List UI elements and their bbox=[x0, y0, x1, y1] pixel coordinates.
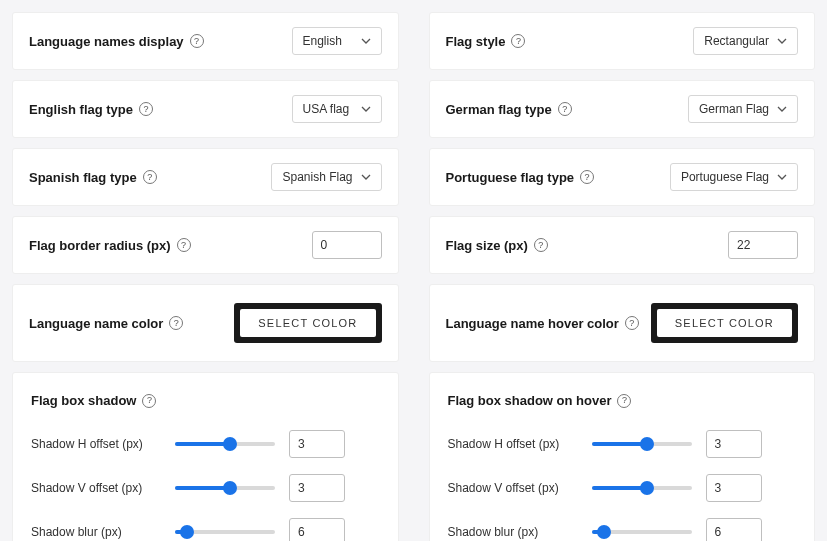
help-icon[interactable]: ? bbox=[534, 238, 548, 252]
label: Shadow H offset (px) bbox=[448, 437, 578, 451]
label: German flag type bbox=[446, 102, 552, 117]
setting-language-name-hover-color: Language name hover color ? SELECT COLOR bbox=[429, 284, 816, 362]
help-icon[interactable]: ? bbox=[142, 394, 156, 408]
label: Shadow V offset (px) bbox=[448, 481, 578, 495]
chevron-down-icon bbox=[361, 38, 371, 44]
chevron-down-icon bbox=[361, 174, 371, 180]
select-english-flag-type[interactable]: USA flag bbox=[292, 95, 382, 123]
label: Spanish flag type bbox=[29, 170, 137, 185]
setting-german-flag-type: German flag type ? German Flag bbox=[429, 80, 816, 138]
label: Shadow H offset (px) bbox=[31, 437, 161, 451]
settings-grid: Language names display ? English Flag st… bbox=[12, 12, 815, 541]
chevron-down-icon bbox=[361, 106, 371, 112]
help-icon[interactable]: ? bbox=[169, 316, 183, 330]
shadow-blur-row: Shadow blur (px) bbox=[31, 518, 380, 541]
card-title: Flag box shadow bbox=[31, 393, 136, 408]
chevron-down-icon bbox=[777, 38, 787, 44]
card-title: Flag box shadow on hover bbox=[448, 393, 612, 408]
input-h-offset[interactable] bbox=[706, 430, 762, 458]
setting-language-names-display: Language names display ? English bbox=[12, 12, 399, 70]
slider-v-offset[interactable] bbox=[175, 479, 275, 497]
help-icon[interactable]: ? bbox=[625, 316, 639, 330]
select-value: USA flag bbox=[303, 102, 350, 116]
help-icon[interactable]: ? bbox=[143, 170, 157, 184]
help-icon[interactable]: ? bbox=[617, 394, 631, 408]
flag-box-shadow-card: Flag box shadow ? Shadow H offset (px) S… bbox=[12, 372, 399, 541]
shadow-h-offset-row: Shadow H offset (px) bbox=[448, 430, 797, 458]
input-v-offset[interactable] bbox=[289, 474, 345, 502]
help-icon[interactable]: ? bbox=[511, 34, 525, 48]
slider-blur[interactable] bbox=[592, 523, 692, 541]
select-language-names-display[interactable]: English bbox=[292, 27, 382, 55]
help-icon[interactable]: ? bbox=[177, 238, 191, 252]
label: Shadow blur (px) bbox=[448, 525, 578, 539]
label: Language names display bbox=[29, 34, 184, 49]
slider-v-offset[interactable] bbox=[592, 479, 692, 497]
select-color-button[interactable]: SELECT COLOR bbox=[240, 309, 375, 337]
label: Language name hover color bbox=[446, 316, 619, 331]
shadow-v-offset-row: Shadow V offset (px) bbox=[448, 474, 797, 502]
select-color-button[interactable]: SELECT COLOR bbox=[657, 309, 792, 337]
slider-h-offset[interactable] bbox=[175, 435, 275, 453]
color-picker-frame: SELECT COLOR bbox=[234, 303, 381, 343]
setting-flag-style: Flag style ? Rectangular bbox=[429, 12, 816, 70]
input-blur[interactable] bbox=[289, 518, 345, 541]
help-icon[interactable]: ? bbox=[558, 102, 572, 116]
input-blur[interactable] bbox=[706, 518, 762, 541]
select-spanish-flag-type[interactable]: Spanish Flag bbox=[271, 163, 381, 191]
input-h-offset[interactable] bbox=[289, 430, 345, 458]
input-v-offset[interactable] bbox=[706, 474, 762, 502]
setting-flag-size: Flag size (px) ? bbox=[429, 216, 816, 274]
select-value: Portuguese Flag bbox=[681, 170, 769, 184]
shadow-h-offset-row: Shadow H offset (px) bbox=[31, 430, 380, 458]
select-german-flag-type[interactable]: German Flag bbox=[688, 95, 798, 123]
chevron-down-icon bbox=[777, 174, 787, 180]
help-icon[interactable]: ? bbox=[580, 170, 594, 184]
setting-language-name-color: Language name color ? SELECT COLOR bbox=[12, 284, 399, 362]
shadow-blur-row: Shadow blur (px) bbox=[448, 518, 797, 541]
help-icon[interactable]: ? bbox=[139, 102, 153, 116]
select-value: German Flag bbox=[699, 102, 769, 116]
select-value: Rectangular bbox=[704, 34, 769, 48]
input-flag-size[interactable] bbox=[728, 231, 798, 259]
select-portuguese-flag-type[interactable]: Portuguese Flag bbox=[670, 163, 798, 191]
setting-portuguese-flag-type: Portuguese flag type ? Portuguese Flag bbox=[429, 148, 816, 206]
slider-blur[interactable] bbox=[175, 523, 275, 541]
select-value: Spanish Flag bbox=[282, 170, 352, 184]
label: Flag style bbox=[446, 34, 506, 49]
help-icon[interactable]: ? bbox=[190, 34, 204, 48]
slider-h-offset[interactable] bbox=[592, 435, 692, 453]
select-flag-style[interactable]: Rectangular bbox=[693, 27, 798, 55]
flag-box-shadow-hover-card: Flag box shadow on hover ? Shadow H offs… bbox=[429, 372, 816, 541]
label: Portuguese flag type bbox=[446, 170, 575, 185]
label: Shadow V offset (px) bbox=[31, 481, 161, 495]
setting-spanish-flag-type: Spanish flag type ? Spanish Flag bbox=[12, 148, 399, 206]
label: Flag size (px) bbox=[446, 238, 528, 253]
label: Shadow blur (px) bbox=[31, 525, 161, 539]
shadow-v-offset-row: Shadow V offset (px) bbox=[31, 474, 380, 502]
select-value: English bbox=[303, 34, 342, 48]
setting-flag-border-radius: Flag border radius (px) ? bbox=[12, 216, 399, 274]
color-picker-frame: SELECT COLOR bbox=[651, 303, 798, 343]
label: Language name color bbox=[29, 316, 163, 331]
chevron-down-icon bbox=[777, 106, 787, 112]
setting-english-flag-type: English flag type ? USA flag bbox=[12, 80, 399, 138]
label: English flag type bbox=[29, 102, 133, 117]
input-flag-border-radius[interactable] bbox=[312, 231, 382, 259]
label: Flag border radius (px) bbox=[29, 238, 171, 253]
